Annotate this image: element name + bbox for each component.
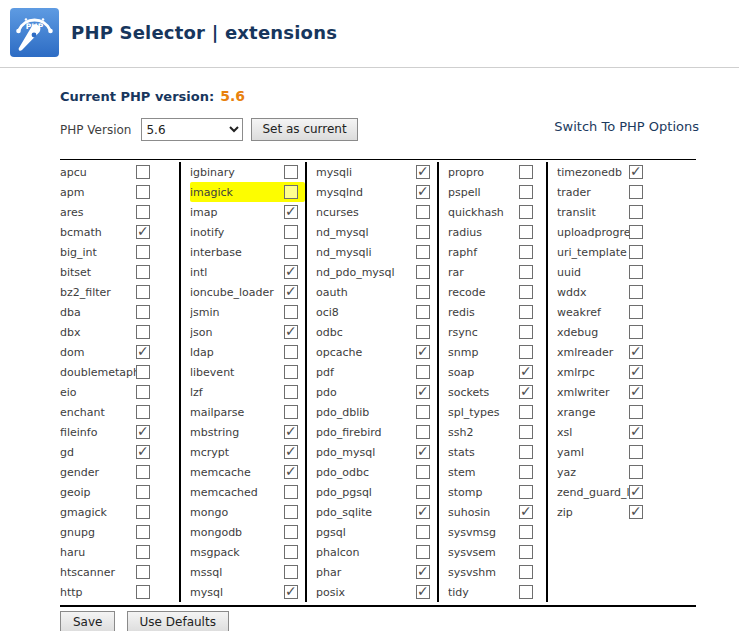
php-version-select[interactable]: 5.6 [141,118,243,141]
extension-checkbox-translit[interactable] [629,205,643,219]
extension-checkbox-gmagick[interactable] [136,505,150,519]
extension-checkbox-ldap[interactable] [284,345,298,359]
extension-checkbox-pdo_pgsql[interactable] [416,485,430,499]
extension-checkbox-trader[interactable] [629,185,643,199]
extension-checkbox-opcache[interactable] [416,345,430,359]
extension-checkbox-gender[interactable] [136,465,150,479]
extension-checkbox-odbc[interactable] [416,325,430,339]
extension-checkbox-igbinary[interactable] [284,165,298,179]
extension-checkbox-apm[interactable] [136,185,150,199]
extension-checkbox-sockets[interactable] [519,385,533,399]
extension-checkbox-gnupg[interactable] [136,525,150,539]
extension-checkbox-redis[interactable] [519,305,533,319]
extension-checkbox-uri_template[interactable] [629,245,643,259]
extension-checkbox-nd_mysql[interactable] [416,225,430,239]
extension-checkbox-gd[interactable] [136,445,150,459]
extension-checkbox-uploadprogress[interactable] [629,225,643,239]
extension-checkbox-big_int[interactable] [136,245,150,259]
extension-checkbox-mysql[interactable] [284,585,298,599]
extension-checkbox-xmlreader[interactable] [629,345,643,359]
extension-checkbox-wddx[interactable] [629,285,643,299]
extension-checkbox-eio[interactable] [136,385,150,399]
extension-checkbox-ioncube_loader[interactable] [284,285,298,299]
extension-checkbox-apcu[interactable] [136,165,150,179]
extension-checkbox-quickhash[interactable] [519,205,533,219]
extension-checkbox-lzf[interactable] [284,385,298,399]
extension-checkbox-mongo[interactable] [284,505,298,519]
extension-checkbox-nd_pdo_mysql[interactable] [416,265,430,279]
extension-checkbox-http[interactable] [136,585,150,599]
extension-checkbox-pgsql[interactable] [416,525,430,539]
extension-checkbox-bz2_filter[interactable] [136,285,150,299]
extension-checkbox-pdo_sqlite[interactable] [416,505,430,519]
extension-checkbox-bitset[interactable] [136,265,150,279]
extension-checkbox-dom[interactable] [136,345,150,359]
extension-checkbox-geoip[interactable] [136,485,150,499]
set-as-current-button[interactable]: Set as current [251,118,357,141]
extension-checkbox-memcache[interactable] [284,465,298,479]
save-button[interactable]: Save [60,611,115,631]
extension-checkbox-stomp[interactable] [519,485,533,499]
extension-checkbox-oci8[interactable] [416,305,430,319]
extension-checkbox-pdo_odbc[interactable] [416,465,430,479]
extension-checkbox-mbstring[interactable] [284,425,298,439]
extension-checkbox-ncurses[interactable] [416,205,430,219]
extension-checkbox-msgpack[interactable] [284,545,298,559]
extension-checkbox-intl[interactable] [284,265,298,279]
extension-checkbox-phalcon[interactable] [416,545,430,559]
extension-checkbox-stem[interactable] [519,465,533,479]
extension-checkbox-uuid[interactable] [629,265,643,279]
extension-checkbox-htscanner[interactable] [136,565,150,579]
extension-checkbox-imap[interactable] [284,205,298,219]
extension-checkbox-mssql[interactable] [284,565,298,579]
extension-checkbox-xrange[interactable] [629,405,643,419]
extension-checkbox-nd_mysqli[interactable] [416,245,430,259]
switch-to-php-options-link[interactable]: Switch To PHP Options [554,119,699,134]
extension-checkbox-zip[interactable] [629,505,643,519]
extension-checkbox-mysqli[interactable] [416,165,430,179]
extension-checkbox-interbase[interactable] [284,245,298,259]
extension-checkbox-haru[interactable] [136,545,150,559]
extension-checkbox-libevent[interactable] [284,365,298,379]
extension-checkbox-yaml[interactable] [629,445,643,459]
extension-checkbox-pdf[interactable] [416,365,430,379]
extension-checkbox-timezonedb[interactable] [629,165,643,179]
extension-checkbox-zend_guard_loader[interactable] [629,485,643,499]
extension-checkbox-rar[interactable] [519,265,533,279]
extension-checkbox-ssh2[interactable] [519,425,533,439]
extension-checkbox-dbx[interactable] [136,325,150,339]
extension-checkbox-inotify[interactable] [284,225,298,239]
extension-checkbox-recode[interactable] [519,285,533,299]
extension-checkbox-soap[interactable] [519,365,533,379]
extension-checkbox-sysvshm[interactable] [519,565,533,579]
extension-checkbox-suhosin[interactable] [519,505,533,519]
extension-checkbox-xsl[interactable] [629,425,643,439]
extension-checkbox-mongodb[interactable] [284,525,298,539]
extension-checkbox-sysvmsg[interactable] [519,525,533,539]
extension-checkbox-xmlrpc[interactable] [629,365,643,379]
extension-checkbox-stats[interactable] [519,445,533,459]
extension-checkbox-weakref[interactable] [629,305,643,319]
extension-checkbox-enchant[interactable] [136,405,150,419]
extension-checkbox-jsmin[interactable] [284,305,298,319]
extension-checkbox-oauth[interactable] [416,285,430,299]
extension-checkbox-doublemetaphone[interactable] [136,365,150,379]
extension-checkbox-mysqlnd[interactable] [416,185,430,199]
extension-checkbox-yaz[interactable] [629,465,643,479]
extension-checkbox-imagick[interactable] [284,185,298,199]
use-defaults-button[interactable]: Use Defaults [127,611,229,631]
extension-checkbox-json[interactable] [284,325,298,339]
extension-checkbox-mcrypt[interactable] [284,445,298,459]
extension-checkbox-xmlwriter[interactable] [629,385,643,399]
extension-checkbox-phar[interactable] [416,565,430,579]
extension-checkbox-ares[interactable] [136,205,150,219]
extension-checkbox-pdo[interactable] [416,385,430,399]
extension-checkbox-pdo_firebird[interactable] [416,425,430,439]
extension-checkbox-xdebug[interactable] [629,325,643,339]
extension-checkbox-raphf[interactable] [519,245,533,259]
extension-checkbox-tidy[interactable] [519,585,533,599]
extension-checkbox-rsync[interactable] [519,325,533,339]
extension-checkbox-snmp[interactable] [519,345,533,359]
extension-checkbox-mailparse[interactable] [284,405,298,419]
extension-checkbox-fileinfo[interactable] [136,425,150,439]
